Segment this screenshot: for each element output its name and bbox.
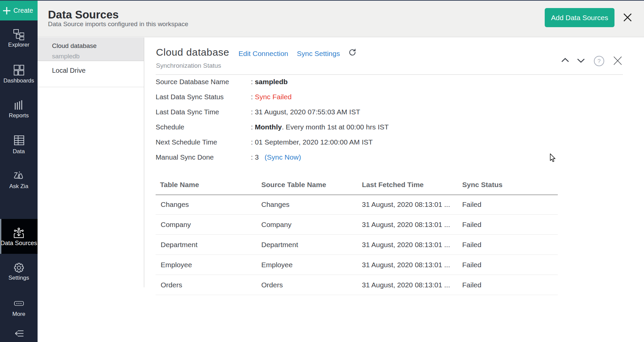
svg-text:?: ?: [597, 58, 600, 64]
